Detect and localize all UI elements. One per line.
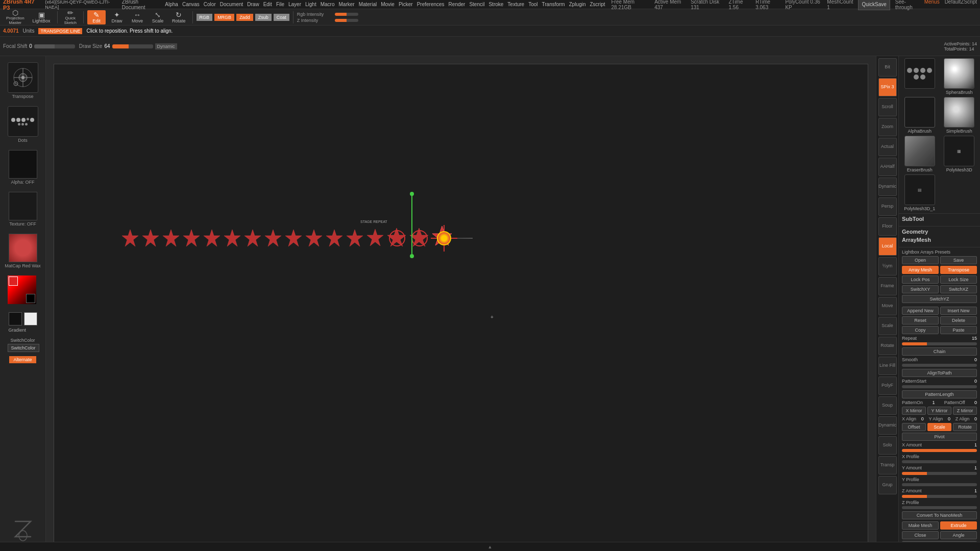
menu-tool[interactable]: Tool: [528, 2, 537, 7]
polyf-btn[interactable]: PolyF: [878, 377, 897, 395]
x-profile-slider[interactable]: [902, 460, 977, 463]
handle-dot-bottom[interactable]: [410, 254, 414, 258]
menu-edit[interactable]: Edit: [263, 2, 272, 7]
gradient-light[interactable]: [24, 312, 37, 325]
x-mirror-button[interactable]: X Mirror: [902, 407, 926, 415]
actual-btn[interactable]: Actual: [878, 138, 897, 156]
draw-btn[interactable]: ✦ Draw: [108, 10, 126, 24]
alternate-button[interactable]: Alternate: [9, 356, 36, 363]
move-btn[interactable]: ↔ Move: [128, 10, 146, 24]
dots-brush-preview[interactable]: [901, 58, 939, 95]
scale-btn[interactable]: ⤡ Scale: [149, 10, 167, 24]
paste-button[interactable]: Paste: [940, 326, 977, 334]
focal-shift-slider[interactable]: [34, 44, 75, 48]
coat-btn[interactable]: Coat: [274, 14, 289, 21]
gradient-area[interactable]: Gradient: [8, 311, 38, 334]
open-button[interactable]: Open: [902, 256, 939, 264]
projection-master-btn[interactable]: ⬡ ProjectionMaster: [3, 8, 28, 27]
append-new-button[interactable]: Append New: [902, 307, 939, 315]
persp-btn[interactable]: Persp: [878, 197, 897, 216]
menu-movie[interactable]: Movie: [381, 2, 395, 7]
menu-material[interactable]: Material: [359, 2, 377, 7]
gradient-dark[interactable]: [9, 312, 22, 325]
pattern-start-slider[interactable]: [902, 385, 977, 388]
menu-preferences[interactable]: Preferences: [417, 2, 445, 7]
menu-texture[interactable]: Texture: [507, 2, 524, 7]
texture-tool[interactable]: Texture: OFF: [2, 190, 43, 229]
menu-light[interactable]: Light: [305, 2, 316, 7]
reset-button[interactable]: Reset: [902, 316, 939, 324]
dynamic-btn[interactable]: Dynamic: [155, 43, 177, 49]
align-path-button[interactable]: AlignToPath: [902, 369, 977, 377]
menu-draw[interactable]: Draw: [247, 2, 259, 7]
lock-pos-button[interactable]: Lock Pos: [902, 276, 939, 284]
dynamic-vi-btn[interactable]: Dynamic: [878, 178, 897, 196]
spix-btn[interactable]: SPix 3: [878, 78, 897, 96]
menus-label[interactable]: Menus: [924, 0, 940, 10]
pivot-button[interactable]: Pivot: [902, 433, 977, 441]
zoom-btn[interactable]: Zoom: [878, 118, 897, 136]
menu-stroke[interactable]: Stroke: [488, 2, 503, 7]
linefill-btn[interactable]: Line Fill: [878, 357, 897, 375]
menu-macro[interactable]: Macro: [321, 2, 335, 7]
menu-stencil[interactable]: Stencil: [469, 2, 484, 7]
z-mirror-button[interactable]: Z Mirror: [953, 407, 977, 415]
smooth-slider[interactable]: [902, 364, 977, 367]
polymesh-preview[interactable]: ▦ PolyMesh3D: [941, 136, 978, 172]
color-picker-tool[interactable]: [2, 273, 43, 308]
menu-layer[interactable]: Layer: [288, 2, 301, 7]
angle-button[interactable]: Angle: [940, 531, 977, 539]
default-zscript-label[interactable]: DefaultZScript: [945, 0, 977, 10]
simplebrush-preview[interactable]: SimpleBrush: [941, 97, 978, 134]
switch-xz-button[interactable]: SwitchXZ: [940, 285, 977, 293]
z-intensity-slider[interactable]: [335, 19, 358, 22]
menu-render[interactable]: Render: [449, 2, 465, 7]
spherabrush-preview[interactable]: SpheraBrush: [941, 58, 978, 95]
simple-brush-area[interactable]: AlphaBrush: [901, 97, 939, 134]
y-profile-slider[interactable]: [902, 483, 977, 486]
background-color[interactable]: [26, 294, 35, 303]
delete-button[interactable]: Delete: [940, 316, 977, 324]
transp-btn[interactable]: Transp: [878, 456, 897, 474]
menu-file[interactable]: File: [276, 2, 284, 7]
handle-dot-top[interactable]: [410, 192, 414, 196]
navigation-tool[interactable]: Transpose: [2, 60, 43, 101]
y-amount-slider[interactable]: [902, 472, 977, 475]
scale-vi-btn[interactable]: Scale: [878, 317, 897, 335]
menu-alpha[interactable]: Alpha: [165, 2, 178, 7]
foreground-color[interactable]: [9, 277, 18, 286]
x-amount-slider[interactable]: [902, 449, 977, 452]
mrgb-btn[interactable]: MRGB: [214, 14, 234, 21]
halfym-btn[interactable]: ½ym: [878, 257, 897, 276]
rotate-btn[interactable]: ↻ Rotate: [169, 10, 189, 24]
z-amount-slider[interactable]: [902, 495, 977, 498]
rgb-intensity-slider[interactable]: [335, 13, 358, 16]
polymesh1-preview[interactable]: ▤ PolyMesh3D_1: [901, 174, 939, 211]
y-mirror-button[interactable]: Y Mirror: [927, 407, 951, 415]
offset-button[interactable]: Offset: [902, 423, 926, 431]
solo-btn[interactable]: Solo: [878, 436, 897, 455]
scroll-btn[interactable]: Scroll: [878, 98, 897, 116]
dynamic2-btn[interactable]: Dynamic: [878, 416, 897, 435]
floor-btn[interactable]: Floor: [878, 217, 897, 236]
quick-sketch-btn[interactable]: ✏ QuickSketch: [61, 8, 80, 27]
zsub-btn[interactable]: Zsub: [255, 14, 272, 21]
bit-btn[interactable]: Bit: [878, 58, 897, 77]
menu-picker[interactable]: Picker: [399, 2, 413, 7]
menu-zplugin[interactable]: Zplugin: [569, 2, 586, 7]
save-button[interactable]: Save: [940, 256, 977, 264]
dots-brush-tool[interactable]: Dots: [2, 104, 43, 145]
scale-main-button[interactable]: Scale: [927, 423, 951, 431]
move-vi-btn[interactable]: Move: [878, 297, 897, 315]
pattern-length-button[interactable]: PatternLength: [902, 390, 977, 398]
draw-size-slider[interactable]: [112, 44, 153, 48]
make-mesh-button[interactable]: Make Mesh: [902, 521, 939, 530]
z-profile-slider[interactable]: [902, 506, 977, 509]
quicksave-button[interactable]: QuickSave: [858, 0, 890, 10]
eraser-preview[interactable]: EraserBrush: [901, 136, 939, 172]
active-star-container[interactable]: [431, 225, 457, 252]
zadd-btn[interactable]: Zadd: [236, 14, 253, 21]
edit-btn[interactable]: ✎ Edit: [87, 10, 106, 24]
rgb-btn[interactable]: RGB: [197, 14, 213, 21]
alpha-tool[interactable]: Alpha: OFF: [2, 148, 43, 187]
